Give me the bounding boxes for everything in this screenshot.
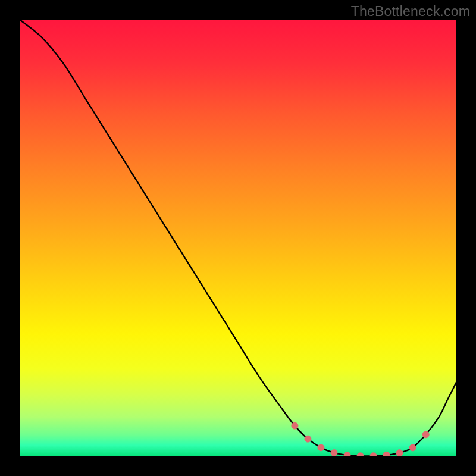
marker-dot — [396, 450, 403, 456]
marker-dot — [383, 452, 390, 456]
marker-dot — [331, 450, 337, 456]
marker-dot — [292, 422, 298, 429]
marker-dot — [344, 452, 350, 456]
watermark-text: TheBottleneck.com — [351, 4, 470, 20]
gradient-rect — [20, 20, 456, 456]
plot-area — [20, 20, 456, 456]
marker-dot — [370, 453, 377, 456]
marker-dot — [409, 444, 416, 451]
chart-svg — [20, 20, 456, 456]
chart-frame: TheBottleneck.com — [0, 0, 476, 476]
marker-dot — [305, 436, 311, 442]
marker-dot — [422, 431, 429, 438]
marker-dot — [357, 453, 364, 456]
marker-dot — [318, 444, 324, 451]
